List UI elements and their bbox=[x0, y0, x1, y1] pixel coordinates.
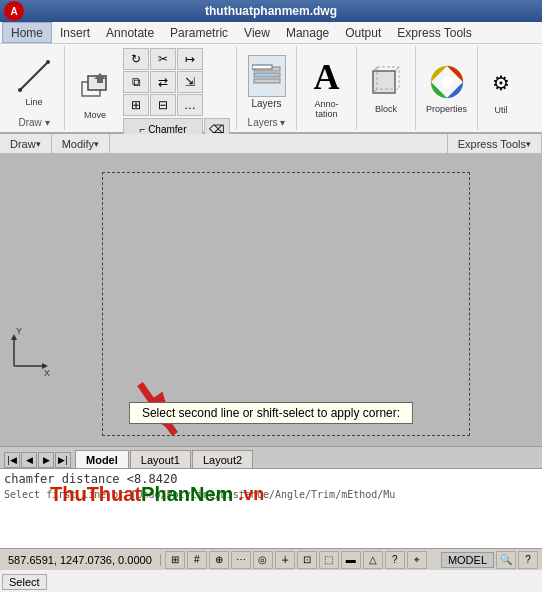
app-logo: A bbox=[4, 1, 24, 21]
coord-text: 587.6591, 1247.0736, 0.0000 bbox=[8, 554, 152, 566]
properties-label: Properties bbox=[426, 104, 467, 114]
utilities-button[interactable]: ⚙ Util bbox=[484, 60, 518, 117]
properties-button[interactable]: Properties bbox=[422, 59, 471, 116]
title-text: thuthuatphanmem.dwg bbox=[205, 4, 337, 18]
layers-icon bbox=[252, 61, 282, 91]
ribbon-group-properties: Properties bbox=[416, 46, 478, 130]
annotation-icon: A bbox=[314, 59, 340, 95]
grid-icon[interactable]: # bbox=[187, 551, 207, 569]
line-button[interactable]: Line bbox=[10, 52, 58, 111]
menu-insert[interactable]: Insert bbox=[52, 22, 98, 43]
ribbon-group-modify: Move ↻ ✂ ↦ ⧉ ⇄ ⇲ ⊞ ⊟ … bbox=[65, 46, 237, 130]
menu-output[interactable]: Output bbox=[337, 22, 389, 43]
svg-rect-8 bbox=[254, 79, 280, 83]
layout-tabs-bar: |◀ ◀ ▶ ▶| Model Layout1 Layout2 bbox=[0, 446, 542, 468]
model-badge[interactable]: MODEL bbox=[441, 552, 494, 568]
modify-grid: ↻ ✂ ↦ ⧉ ⇄ ⇲ ⊞ ⊟ … ⌐ Chamfer ⌫ bbox=[123, 48, 230, 140]
move-icon bbox=[78, 70, 112, 108]
rbs-draw[interactable]: Draw bbox=[0, 134, 52, 153]
menu-view[interactable]: View bbox=[236, 22, 278, 43]
move-button[interactable]: Move bbox=[71, 65, 119, 124]
chamfer-tooltip: Select second line or shift-select to ap… bbox=[129, 402, 413, 424]
zoom-btn[interactable]: 🔍 bbox=[496, 551, 516, 569]
svg-text:X: X bbox=[44, 368, 50, 376]
util-icon: ⚙ bbox=[492, 71, 510, 95]
ducs-icon[interactable]: ⊡ bbox=[297, 551, 317, 569]
ribbon-group-utilities: ⚙ Util bbox=[478, 46, 524, 130]
command-line-3: Select second line or shift-select to ap… bbox=[4, 547, 538, 548]
ribbon-bottom-strip: Draw Modify Express Tools bbox=[0, 134, 542, 154]
coordinates-display: 587.6591, 1247.0736, 0.0000 bbox=[0, 554, 161, 566]
rbs-modify[interactable]: Modify bbox=[52, 134, 110, 153]
ribbon-group-annotation: A Anno-tation bbox=[297, 46, 357, 130]
ribbon: Line Draw ▾ Move bbox=[0, 44, 542, 134]
more-modify-btn[interactable]: … bbox=[177, 94, 203, 116]
svg-line-0 bbox=[20, 62, 48, 90]
copy-btn[interactable]: ⧉ bbox=[123, 71, 149, 93]
annotation-button[interactable]: A Anno-tation bbox=[304, 54, 350, 121]
status-icons-group: ⊞ # ⊕ ⋯ ◎ ∔ ⊡ ⬚ ▬ △ ? ⌖ bbox=[161, 551, 441, 569]
layers-label: layers bbox=[251, 98, 281, 109]
svg-text:Y: Y bbox=[16, 326, 22, 336]
annotation-label: Anno-tation bbox=[314, 99, 338, 119]
status-right-group: MODEL 🔍 ? bbox=[441, 551, 542, 569]
menu-manage[interactable]: Manage bbox=[278, 22, 337, 43]
block-label: Block bbox=[375, 104, 397, 114]
layout-nav-prev[interactable]: |◀ ◀ ▶ ▶| bbox=[4, 452, 75, 468]
layers-button[interactable]: layers bbox=[244, 53, 290, 111]
line-icon bbox=[16, 58, 52, 94]
ribbon-group-layers: layers Layers ▾ bbox=[237, 46, 297, 130]
properties-icon bbox=[429, 64, 465, 100]
scale-btn[interactable]: ⊞ bbox=[123, 94, 149, 116]
menu-express-tools[interactable]: Express Tools bbox=[389, 22, 479, 43]
ribbon-group-line: Line Draw ▾ bbox=[4, 46, 65, 130]
status-bar: Select 587.6591, 1247.0736, 0.0000 ⊞ # ⊕… bbox=[0, 548, 542, 570]
block-button[interactable]: Block bbox=[363, 59, 409, 116]
select-label: Select bbox=[9, 576, 40, 588]
watermark: Thu Thuat Phan Nem .vn bbox=[50, 483, 264, 506]
snap-icon[interactable]: ⊞ bbox=[165, 551, 185, 569]
tab-layout1[interactable]: Layout1 bbox=[130, 450, 191, 468]
extend-btn[interactable]: ↦ bbox=[177, 48, 203, 70]
ortho-icon[interactable]: ⊕ bbox=[209, 551, 229, 569]
model-badge-text: MODEL bbox=[448, 554, 487, 566]
nav-first-btn[interactable]: |◀ bbox=[4, 452, 20, 468]
title-bar: A thuthuatphanmem.dwg bbox=[0, 0, 542, 22]
coordinate-axes: Y X bbox=[4, 326, 54, 376]
osnap-icon[interactable]: ◎ bbox=[253, 551, 273, 569]
svg-line-13 bbox=[395, 67, 399, 71]
tab-layout2[interactable]: Layout2 bbox=[192, 450, 253, 468]
tab-model[interactable]: Model bbox=[75, 450, 129, 468]
menu-parametric[interactable]: Parametric bbox=[162, 22, 236, 43]
polar-icon[interactable]: ⋯ bbox=[231, 551, 251, 569]
draw-label: Draw ▾ bbox=[18, 115, 49, 128]
lw-icon[interactable]: ▬ bbox=[341, 551, 361, 569]
rotate-btn[interactable]: ↻ bbox=[123, 48, 149, 70]
otrack-icon[interactable]: ∔ bbox=[275, 551, 295, 569]
menu-home[interactable]: Home bbox=[2, 22, 52, 43]
tooltip-text: Select second line or shift-select to ap… bbox=[142, 406, 400, 420]
nav-last-btn[interactable]: ▶| bbox=[55, 452, 71, 468]
svg-point-16 bbox=[441, 76, 453, 88]
svg-rect-9 bbox=[252, 65, 272, 69]
nav-prev-btn[interactable]: ◀ bbox=[21, 452, 37, 468]
select-button[interactable]: Select bbox=[2, 574, 47, 590]
menu-annotate[interactable]: Annotate bbox=[98, 22, 162, 43]
nav-next-btn[interactable]: ▶ bbox=[38, 452, 54, 468]
sc-icon[interactable]: ⌖ bbox=[407, 551, 427, 569]
tpp-icon[interactable]: △ bbox=[363, 551, 383, 569]
stretch-btn[interactable]: ⇲ bbox=[177, 71, 203, 93]
dyn-icon[interactable]: ⬚ bbox=[319, 551, 339, 569]
block-icon bbox=[369, 63, 403, 101]
array-btn[interactable]: ⊟ bbox=[150, 94, 176, 116]
svg-point-1 bbox=[18, 88, 22, 92]
drawing-area: Y X Select second line or shift-select t… bbox=[0, 154, 542, 446]
menu-bar: Home Insert Annotate Parametric View Man… bbox=[0, 22, 542, 44]
mirror-btn[interactable]: ⇄ bbox=[150, 71, 176, 93]
layers-group-label: Layers ▾ bbox=[248, 115, 286, 128]
help-btn[interactable]: ? bbox=[518, 551, 538, 569]
trim-btn[interactable]: ✂ bbox=[150, 48, 176, 70]
rbs-express[interactable]: Express Tools bbox=[447, 134, 542, 153]
svg-rect-7 bbox=[254, 73, 280, 77]
qp-icon[interactable]: ? bbox=[385, 551, 405, 569]
